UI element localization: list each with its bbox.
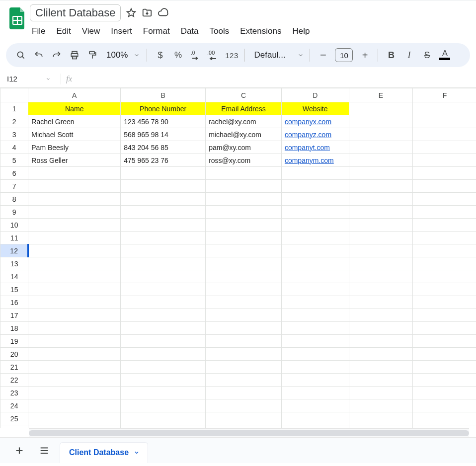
cell[interactable] (349, 361, 413, 374)
sheet-tab-active[interactable]: Client Database (60, 442, 148, 463)
cell[interactable] (349, 128, 413, 141)
font-dropdown[interactable]: Defaul... (250, 47, 305, 63)
search-icon[interactable] (13, 47, 29, 63)
cell[interactable] (121, 167, 206, 180)
increase-decimal-button[interactable]: .00 (206, 47, 222, 63)
col-header-B[interactable]: B (121, 88, 206, 102)
horizontal-scrollbar[interactable] (29, 428, 469, 437)
decrease-font-size-button[interactable]: − (315, 47, 331, 63)
cell[interactable] (413, 361, 476, 374)
cell[interactable] (28, 283, 121, 296)
cell[interactable] (281, 206, 349, 219)
cell[interactable] (413, 102, 476, 115)
cell[interactable] (349, 206, 413, 219)
cell[interactable] (121, 283, 206, 296)
row-header[interactable]: 25 (0, 412, 28, 425)
cell[interactable] (349, 283, 413, 296)
cell[interactable] (349, 296, 413, 309)
cell[interactable] (349, 219, 413, 232)
cell[interactable] (349, 115, 413, 128)
cell[interactable] (121, 412, 206, 425)
cell[interactable]: Rachel Green (28, 115, 121, 128)
row-header[interactable]: 7 (0, 180, 28, 193)
website-link[interactable]: companym.com (285, 156, 334, 164)
cell[interactable] (28, 412, 121, 425)
star-icon[interactable] (126, 7, 137, 18)
cell[interactable] (206, 412, 282, 425)
cell[interactable] (349, 335, 413, 348)
cell[interactable] (28, 257, 121, 270)
cell[interactable] (413, 128, 476, 141)
cell[interactable] (206, 270, 282, 283)
cell[interactable]: 843 204 56 85 (121, 141, 206, 154)
cell[interactable] (28, 193, 121, 206)
add-sheet-button[interactable] (10, 441, 29, 460)
website-link[interactable]: companyt.com (285, 144, 330, 152)
cell[interactable] (413, 257, 476, 270)
cell[interactable] (413, 219, 476, 232)
zoom-dropdown[interactable]: 100% (102, 47, 142, 63)
cell[interactable] (206, 387, 282, 399)
cell[interactable] (281, 167, 349, 180)
cell[interactable] (121, 309, 206, 322)
cell[interactable] (349, 412, 413, 425)
cell[interactable] (413, 322, 476, 335)
cell[interactable] (206, 180, 282, 193)
cell[interactable] (206, 374, 282, 387)
cell[interactable] (281, 374, 349, 387)
cell[interactable] (281, 399, 349, 412)
cell[interactable] (206, 309, 282, 322)
cell[interactable] (413, 399, 476, 412)
bold-button[interactable]: B (383, 47, 399, 63)
menu-view[interactable]: View (77, 23, 105, 39)
cell[interactable] (281, 193, 349, 206)
row-header[interactable]: 26 (0, 425, 28, 429)
currency-button[interactable]: $ (152, 47, 168, 63)
menu-insert[interactable]: Insert (106, 23, 137, 39)
cell[interactable] (413, 283, 476, 296)
cell[interactable] (349, 270, 413, 283)
cell[interactable]: Name (28, 102, 121, 115)
cell[interactable] (349, 399, 413, 412)
row-header[interactable]: 5 (0, 154, 28, 167)
cell[interactable] (413, 141, 476, 154)
cell[interactable] (28, 335, 121, 348)
sheets-logo[interactable] (6, 4, 30, 29)
cell[interactable] (121, 232, 206, 244)
cell[interactable]: Email Address (206, 102, 282, 115)
row-header[interactable]: 6 (0, 167, 28, 180)
menu-edit[interactable]: Edit (51, 23, 76, 39)
document-title[interactable]: Clilent Database (30, 4, 121, 21)
decrease-decimal-button[interactable]: .0 (188, 47, 204, 63)
row-header[interactable]: 18 (0, 322, 28, 335)
cell[interactable] (281, 283, 349, 296)
row-header[interactable]: 11 (0, 232, 28, 244)
paint-format-button[interactable] (84, 47, 100, 63)
cell[interactable] (28, 399, 121, 412)
row-header[interactable]: 3 (0, 128, 28, 141)
cell[interactable] (281, 309, 349, 322)
row-header[interactable]: 16 (0, 296, 28, 309)
cell[interactable] (206, 335, 282, 348)
cell[interactable]: Website (281, 102, 349, 115)
row-header[interactable]: 23 (0, 387, 28, 399)
cell[interactable]: Michael Scott (28, 128, 121, 141)
cell[interactable] (349, 154, 413, 167)
cell[interactable] (413, 270, 476, 283)
cell[interactable] (28, 387, 121, 399)
cell[interactable] (28, 270, 121, 283)
cell[interactable] (206, 193, 282, 206)
row-header[interactable]: 10 (0, 219, 28, 232)
row-header[interactable]: 1 (0, 102, 28, 115)
cell[interactable] (206, 232, 282, 244)
cell[interactable]: ross@xy.com (206, 154, 282, 167)
menu-help[interactable]: Help (287, 23, 315, 39)
cell[interactable] (121, 244, 206, 257)
cell[interactable] (206, 399, 282, 412)
strikethrough-button[interactable]: S (419, 47, 435, 63)
cell[interactable] (206, 167, 282, 180)
menu-file[interactable]: File (27, 23, 50, 39)
cell[interactable] (349, 167, 413, 180)
cell[interactable] (281, 244, 349, 257)
cell[interactable] (281, 219, 349, 232)
